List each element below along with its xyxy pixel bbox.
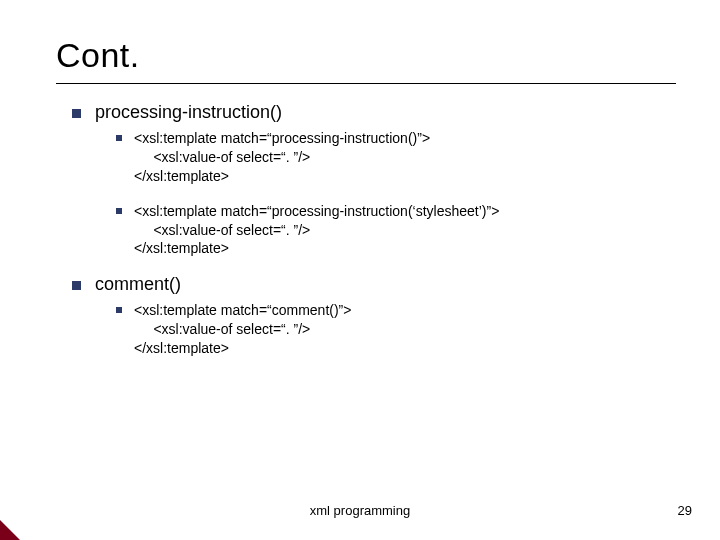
list-item: <xsl:template match=“processing-instruct… bbox=[116, 202, 680, 259]
list-item: <xsl:template match=“comment()”> <xsl:va… bbox=[116, 301, 680, 358]
slide-title: Cont. bbox=[56, 36, 680, 75]
page-number: 29 bbox=[678, 503, 692, 518]
square-bullet-icon bbox=[72, 281, 81, 290]
square-bullet-icon bbox=[116, 135, 122, 141]
code-snippet: <xsl:template match=“processing-instruct… bbox=[134, 202, 499, 259]
square-bullet-icon bbox=[116, 307, 122, 313]
title-rule bbox=[56, 83, 676, 84]
slide: Cont. processing-instruction() <xsl:temp… bbox=[0, 0, 720, 540]
square-bullet-icon bbox=[72, 109, 81, 118]
footer-text: xml programming bbox=[0, 503, 720, 518]
list-item: comment() bbox=[72, 274, 680, 295]
section-heading: processing-instruction() bbox=[95, 102, 282, 123]
section-heading: comment() bbox=[95, 274, 181, 295]
list-item: <xsl:template match=“processing-instruct… bbox=[116, 129, 680, 186]
code-snippet: <xsl:template match=“processing-instruct… bbox=[134, 129, 430, 186]
square-bullet-icon bbox=[116, 208, 122, 214]
list-item: processing-instruction() bbox=[72, 102, 680, 123]
corner-decoration-icon bbox=[0, 520, 20, 540]
code-snippet: <xsl:template match=“comment()”> <xsl:va… bbox=[134, 301, 351, 358]
